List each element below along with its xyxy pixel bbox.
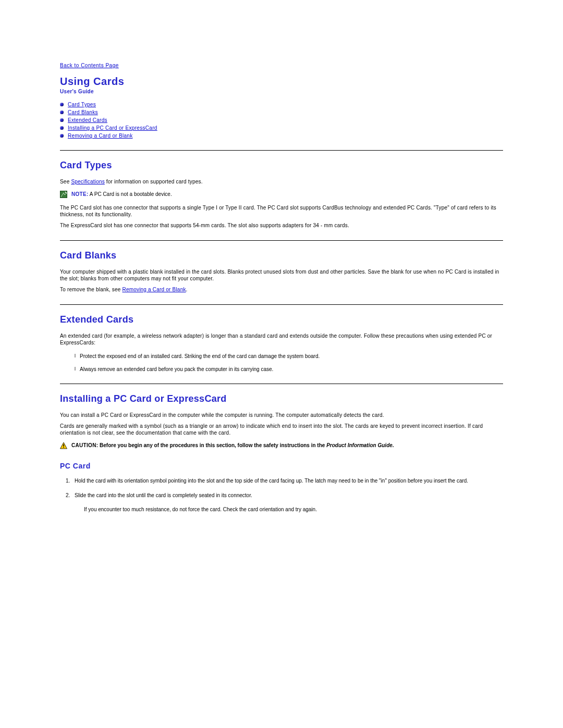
toc-link-card-types[interactable]: Card Types	[68, 102, 96, 107]
paragraph: Cards are generally marked with a symbol…	[60, 423, 503, 436]
section-heading-card-blanks: Card Blanks	[60, 250, 503, 261]
back-to-contents-link[interactable]: Back to Contents Page	[60, 63, 119, 68]
toc-link-card-blanks[interactable]: Card Blanks	[68, 109, 98, 115]
bullet-icon	[60, 103, 64, 106]
divider	[60, 384, 503, 384]
toc-item: Removing a Card or Blank	[60, 133, 503, 139]
toc-item: Card Types	[60, 102, 503, 107]
list-item: l Protect the exposed end of an installe…	[75, 353, 503, 359]
toc-link-extended-cards[interactable]: Extended Cards	[68, 117, 107, 123]
toc-item: Installing a PC Card or ExpressCard	[60, 125, 503, 131]
text: To remove the blank, see	[60, 287, 123, 292]
note-label: NOTE:	[71, 191, 89, 197]
precaution-list: l Protect the exposed end of an installe…	[75, 353, 503, 372]
list-bullet: l	[75, 366, 80, 372]
page-container: Back to Contents Page Using Cards User's…	[0, 0, 563, 728]
step-item: Hold the card with its orientation symbo…	[71, 477, 503, 485]
bullet-icon	[60, 126, 64, 130]
text: Before you begin any of the procedures i…	[98, 442, 326, 448]
table-of-contents: Card Types Card Blanks Extended Cards In…	[60, 102, 503, 139]
svg-rect-2	[63, 445, 64, 447]
specifications-link[interactable]: Specifications	[71, 179, 105, 184]
page-title: Using Cards	[60, 76, 503, 88]
toc-item: Card Blanks	[60, 109, 503, 115]
paragraph: The PC Card slot has one connector that …	[60, 204, 503, 218]
toc-item: Extended Cards	[60, 117, 503, 123]
page-subtitle: User's Guide	[60, 89, 503, 94]
toc-link-removing[interactable]: Removing a Card or Blank	[68, 133, 132, 139]
note-callout: NOTE: A PC Card is not a bootable device…	[60, 191, 503, 198]
section-heading-installing: Installing a PC Card or ExpressCard	[60, 393, 503, 404]
list-item: l Always remove an extended card before …	[75, 366, 503, 372]
paragraph: The ExpressCard slot has one connector t…	[60, 222, 503, 229]
paragraph: An extended card (for example, a wireles…	[60, 332, 503, 346]
text: for information on supported card types.	[105, 179, 203, 184]
steps-list: Hold the card with its orientation symbo…	[71, 477, 503, 499]
svg-rect-3	[63, 447, 64, 448]
bullet-icon	[60, 118, 64, 122]
text: See	[60, 179, 71, 184]
section-heading-card-types: Card Types	[60, 160, 503, 171]
caution-text: CAUTION: Before you begin any of the pro…	[71, 442, 394, 448]
paragraph: To remove the blank, see Removing a Card…	[60, 286, 503, 293]
text: .	[186, 287, 188, 292]
note-text: NOTE: A PC Card is not a bootable device…	[71, 191, 172, 197]
paragraph: See Specifications for information on su…	[60, 178, 503, 185]
divider	[60, 240, 503, 241]
subsection-heading-pc-card: PC Card	[60, 462, 503, 470]
divider	[60, 150, 503, 151]
step-subtext: If you encounter too much resistance, do…	[84, 506, 503, 513]
section-heading-extended-cards: Extended Cards	[60, 314, 503, 325]
divider	[60, 304, 503, 305]
step-item: Slide the card into the slot until the c…	[71, 492, 503, 499]
list-bullet: l	[75, 353, 80, 359]
toc-link-installing[interactable]: Installing a PC Card or ExpressCard	[68, 125, 157, 131]
text: Always remove an extended card before yo…	[80, 366, 273, 372]
note-icon	[60, 191, 67, 198]
caution-icon	[60, 442, 67, 449]
removing-card-link[interactable]: Removing a Card or Blank	[123, 287, 186, 292]
text-italic: Product Information Guide	[326, 442, 393, 448]
bullet-icon	[60, 110, 64, 114]
text: .	[393, 442, 394, 448]
text: Protect the exposed end of an installed …	[80, 353, 320, 359]
text: A PC Card is not a bootable device.	[89, 191, 172, 197]
bullet-icon	[60, 134, 64, 138]
paragraph: You can install a PC Card or ExpressCard…	[60, 412, 503, 418]
caution-callout: CAUTION: Before you begin any of the pro…	[60, 442, 503, 449]
caution-label: CAUTION:	[71, 442, 98, 448]
paragraph: Your computer shipped with a plastic bla…	[60, 268, 503, 282]
